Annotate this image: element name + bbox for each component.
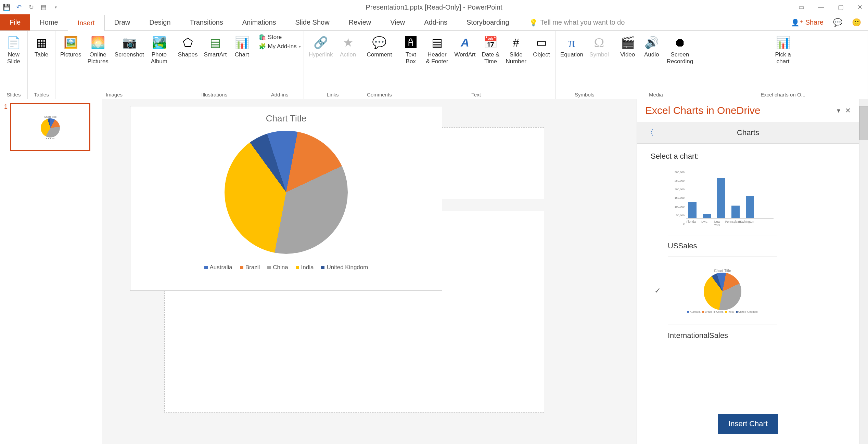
store-button[interactable]: 🛍️Store — [259, 34, 301, 41]
taskpane-footer: Insert Chart — [637, 407, 859, 444]
header-footer-icon: ▤ — [429, 34, 445, 51]
screenshot-button[interactable]: 📷Screenshot — [113, 34, 146, 59]
new-slide-button[interactable]: 📄 New Slide — [3, 34, 25, 66]
chart-preview-card[interactable]: Chart Title AustraliaBrazilChinaIndiaUni… — [130, 106, 442, 291]
group-addins: 🛍️Store 🧩My Add-ins▾ Add-ins — [256, 31, 304, 99]
datetime-icon: 📅 — [482, 34, 499, 51]
chart-title: Chart Title — [266, 113, 307, 124]
group-label-addins: Add-ins — [259, 91, 301, 97]
tab-storyboarding[interactable]: Storyboarding — [457, 14, 519, 30]
screen-recording-icon: ⏺ — [672, 34, 688, 51]
store-icon: 🛍️ — [259, 34, 266, 41]
pictures-button[interactable]: 🖼️Pictures — [58, 34, 83, 59]
pictures-icon: 🖼️ — [63, 34, 79, 51]
main-area: 1 Chart Title ● ● ● ● ● Chart Title Aust… — [0, 99, 868, 444]
screen-recording-button[interactable]: ⏺Screen Recording — [665, 34, 695, 66]
datetime-button[interactable]: 📅Date & Time — [480, 34, 501, 66]
tab-transitions[interactable]: Transitions — [180, 14, 233, 30]
tab-animations[interactable]: Animations — [233, 14, 286, 30]
tell-me-placeholder: Tell me what you want to do — [540, 18, 625, 26]
comment-icon: 💬 — [371, 34, 387, 51]
group-label-excelcharts: Excel charts on O... — [701, 91, 865, 97]
hyperlink-button: 🔗Hyperlink — [307, 34, 335, 59]
taskpane-body: Select a chart: 050,000100,000150,000200… — [637, 144, 859, 407]
wordart-icon: A — [457, 34, 473, 51]
ribbon-options-icon[interactable]: ▭ — [796, 2, 807, 12]
slide-thumbnail-1[interactable]: Chart Title ● ● ● ● ● — [10, 103, 90, 151]
taskpane-close-icon[interactable]: ✕ — [845, 106, 851, 115]
tab-draw[interactable]: Draw — [105, 14, 140, 30]
share-button[interactable]: 👤⁺ Share — [791, 18, 824, 27]
save-icon[interactable]: 💾 — [3, 3, 10, 11]
new-slide-icon: 📄 — [5, 34, 22, 51]
smartart-button[interactable]: ▤SmartArt — [202, 34, 229, 59]
video-button[interactable]: 🎬Video — [617, 34, 639, 59]
textbox-icon: 🅰 — [403, 34, 419, 51]
taskpane-title: Excel Charts in OneDrive — [645, 105, 761, 116]
tab-strip: File Home Insert Draw Design Transitions… — [0, 14, 868, 31]
select-chart-label: Select a chart: — [651, 152, 845, 161]
textbox-button[interactable]: 🅰Text Box — [400, 34, 422, 66]
tell-me-search[interactable]: 💡 Tell me what you want to do — [519, 14, 791, 30]
object-button[interactable]: ▭Object — [531, 34, 552, 59]
tab-home[interactable]: Home — [30, 14, 67, 30]
slide-number-icon: # — [508, 34, 524, 51]
action-button: ★Action — [337, 34, 359, 59]
group-label-slides: Slides — [3, 91, 25, 97]
photo-album-button[interactable]: 🏞️Photo Album — [148, 34, 170, 66]
header-footer-button[interactable]: ▤Header & Footer — [424, 34, 450, 66]
group-label-symbols: Symbols — [558, 91, 611, 97]
table-button[interactable]: ▦ Table — [30, 34, 52, 59]
online-pictures-button[interactable]: 🌅Online Pictures — [85, 34, 110, 66]
title-bar: 💾 ↶ ↻ ▤ ▾ Presentation1.pptx [Read-Only]… — [0, 0, 868, 14]
redo-icon[interactable]: ↻ — [27, 3, 35, 11]
group-slides: 📄 New Slide Slides — [0, 31, 28, 99]
tab-addins[interactable]: Add-ins — [414, 14, 457, 30]
smiley-feedback-icon[interactable]: 🙂 — [852, 18, 861, 27]
hyperlink-icon: 🔗 — [312, 34, 329, 51]
smartart-icon: ▤ — [207, 34, 224, 51]
right-actions: 👤⁺ Share 💬 🙂 — [791, 14, 868, 30]
thumbnail-row[interactable]: 1 Chart Title ● ● ● ● ● — [4, 103, 98, 151]
vertical-scrollbar[interactable] — [859, 99, 868, 444]
tab-view[interactable]: View — [381, 14, 414, 30]
share-label: Share — [805, 18, 824, 26]
tab-file[interactable]: File — [0, 14, 30, 30]
back-icon[interactable]: 〈 — [646, 128, 654, 138]
tab-review[interactable]: Review — [339, 14, 381, 30]
slide-canvas[interactable]: Chart Title AustraliaBrazilChinaIndiaUni… — [103, 99, 637, 444]
group-label-links: Links — [307, 91, 359, 97]
insert-chart-button[interactable]: Insert Chart — [718, 414, 778, 434]
equation-button[interactable]: πEquation — [558, 34, 585, 59]
action-icon: ★ — [340, 34, 356, 51]
group-label-text: Text — [400, 91, 552, 97]
tab-insert[interactable]: Insert — [68, 15, 105, 31]
pie-chart — [225, 131, 348, 254]
group-label-tables: Tables — [30, 91, 52, 97]
quick-access-toolbar: 💾 ↶ ↻ ▤ ▾ — [3, 3, 60, 11]
maximize-icon[interactable]: ▢ — [835, 2, 846, 12]
start-presentation-icon[interactable]: ▤ — [40, 3, 47, 11]
qat-dropdown-icon[interactable]: ▾ — [52, 3, 60, 11]
pick-a-chart-button[interactable]: 📊Pick a chart — [772, 34, 794, 66]
chart-option-international[interactable]: Chart Title AustraliaBrazilChinaIndiaUni… — [668, 257, 777, 325]
group-images: 🖼️Pictures 🌅Online Pictures 📷Screenshot … — [55, 31, 173, 99]
my-addins-button[interactable]: 🧩My Add-ins▾ — [259, 43, 301, 50]
comments-pane-icon[interactable]: 💬 — [833, 18, 842, 27]
shapes-button[interactable]: ⬠Shapes — [176, 34, 200, 59]
group-excel-charts: 📊Pick a chart Excel charts on O... — [698, 31, 868, 99]
tab-design[interactable]: Design — [140, 14, 180, 30]
scrollbar-thumb[interactable] — [859, 106, 868, 140]
taskpane-menu-icon[interactable]: ▾ — [837, 106, 840, 115]
minimize-icon[interactable]: — — [815, 2, 827, 12]
wordart-button[interactable]: AWordArt — [452, 34, 477, 59]
comment-button[interactable]: 💬Comment — [365, 34, 394, 59]
tab-slideshow[interactable]: Slide Show — [286, 14, 339, 30]
chart-option-ussales[interactable]: 050,000100,000150,000200,000250,000300,0… — [668, 167, 777, 235]
close-icon[interactable]: ✕ — [855, 2, 865, 12]
chart-button[interactable]: 📊Chart — [231, 34, 253, 59]
slide-number-button[interactable]: #Slide Number — [503, 34, 528, 66]
audio-button[interactable]: 🔊Audio — [641, 34, 663, 59]
chart2-name: InternationalSales — [668, 331, 845, 340]
undo-icon[interactable]: ↶ — [15, 3, 23, 11]
